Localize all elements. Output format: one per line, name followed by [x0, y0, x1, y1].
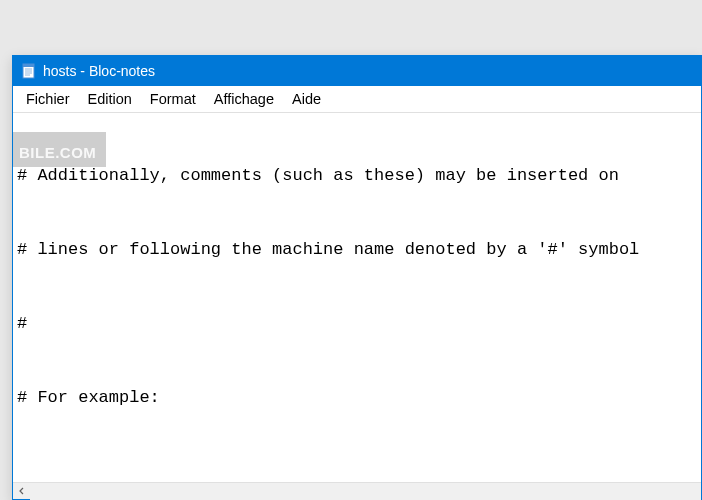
menubar: Fichier Edition Format Affichage Aide	[13, 86, 701, 113]
notepad-window: hosts - Bloc-notes Fichier Edition Forma…	[12, 55, 702, 500]
menu-edition[interactable]: Edition	[79, 89, 141, 109]
editor-line: # lines or following the machine name de…	[17, 238, 697, 263]
menu-aide[interactable]: Aide	[283, 89, 330, 109]
menu-format[interactable]: Format	[141, 89, 205, 109]
editor-line: # Additionally, comments (such as these)…	[17, 164, 697, 189]
text-editor[interactable]: # Additionally, comments (such as these)…	[13, 113, 701, 482]
menu-fichier[interactable]: Fichier	[17, 89, 79, 109]
scroll-track[interactable]	[30, 483, 701, 500]
svg-rect-1	[23, 64, 34, 67]
scroll-left-button[interactable]	[13, 483, 30, 500]
watermark-overlay: BILE.COM	[13, 132, 106, 167]
notepad-icon	[21, 63, 37, 79]
editor-line: # For example:	[17, 386, 697, 411]
titlebar[interactable]: hosts - Bloc-notes	[13, 56, 701, 86]
window-title: hosts - Bloc-notes	[43, 63, 155, 79]
editor-line: #	[17, 312, 697, 337]
menu-affichage[interactable]: Affichage	[205, 89, 283, 109]
horizontal-scrollbar[interactable]	[13, 482, 701, 499]
